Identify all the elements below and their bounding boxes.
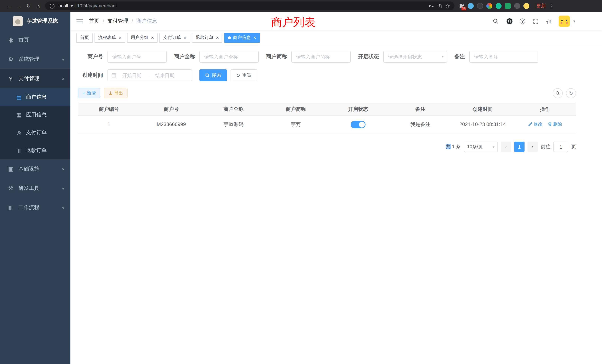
menu-label: 支付管理 — [19, 75, 39, 82]
user-avatar[interactable] — [559, 16, 570, 27]
tags-view: 首页 流程表单× 用户分组× 支付订单× 退款订单× 商户信息× — [70, 30, 602, 45]
tab-merchant-info[interactable]: 商户信息× — [225, 33, 260, 43]
font-size-icon[interactable]: TT — [546, 18, 552, 24]
refresh-table-button[interactable]: ↻ — [566, 88, 576, 98]
tab-close-icon[interactable]: × — [216, 35, 219, 40]
cell-id: 1 — [78, 116, 140, 133]
tab-home[interactable]: 首页 — [76, 33, 93, 43]
merchant-no-input[interactable] — [108, 51, 167, 63]
toggle-search-button[interactable] — [553, 88, 563, 98]
chevron-up-icon: ∧ — [62, 76, 64, 81]
page-1-button[interactable]: 1 — [514, 142, 525, 152]
extension-icon-1[interactable] — [467, 3, 474, 9]
sidebar-item-refund-order[interactable]: ▥ 退款订单 — [0, 142, 70, 159]
filter-row-1: 商户号 商户全称 商户简称 开启状态 — [78, 51, 576, 63]
status-toggle[interactable] — [351, 121, 366, 128]
remark-input[interactable] — [469, 51, 538, 63]
hamburger-icon[interactable] — [76, 18, 83, 24]
export-button[interactable]: 导出 — [104, 88, 128, 98]
end-date-input[interactable] — [151, 73, 179, 78]
status-label: 开启状态 — [358, 53, 383, 60]
short-name-input[interactable] — [291, 51, 351, 63]
url-domain: localhost — [57, 3, 76, 9]
tab-refund-order[interactable]: 退款订单× — [192, 33, 223, 43]
delete-button[interactable]: 删除 — [548, 121, 562, 128]
browser-forward-icon[interactable]: → — [14, 1, 24, 11]
sidebar-item-payment[interactable]: ¥ 支付管理 ∧ — [0, 69, 70, 88]
extension-icon-7[interactable] — [523, 3, 530, 9]
avatar-caret-icon[interactable]: ▾ — [573, 19, 575, 23]
browser-home-icon[interactable]: ⌂ — [33, 1, 43, 11]
plus-icon: + — [82, 90, 85, 96]
tab-close-icon[interactable]: × — [183, 35, 186, 40]
tab-label: 支付订单 — [163, 34, 181, 41]
extension-icon-2[interactable] — [477, 3, 483, 9]
menu-label: 研发工具 — [19, 185, 39, 192]
extension-icon-5[interactable] — [505, 3, 511, 9]
page-size-select[interactable]: 10条/页 ▾ — [464, 142, 498, 152]
bookmark-star-icon[interactable]: ☆ — [445, 3, 450, 9]
chevron-down-icon: ∨ — [62, 186, 64, 190]
goto-page-input[interactable] — [553, 142, 568, 152]
app-logo[interactable]: 芋道管理系统 — [0, 12, 70, 30]
tab-process-form[interactable]: 流程表单× — [95, 33, 125, 43]
browser-back-icon[interactable]: ← — [4, 1, 14, 11]
edit-button[interactable]: 修改 — [528, 121, 542, 128]
next-page-button[interactable]: › — [527, 142, 538, 152]
tab-close-icon[interactable]: × — [253, 35, 256, 40]
sidebar-item-pay-order[interactable]: ◎ 支付订单 — [0, 124, 70, 142]
share-icon[interactable] — [437, 3, 442, 9]
date-range-picker[interactable]: - — [108, 69, 192, 81]
browser-menu-icon[interactable]: ⋮ — [549, 1, 554, 11]
tab-user-group[interactable]: 用户分组× — [127, 33, 158, 43]
table-toolbar: + 新增 导出 ↻ — [78, 88, 576, 98]
breadcrumb-home[interactable]: 首页 — [89, 18, 99, 24]
sidebar-item-workflow[interactable]: ▥ 工作流程 ∨ — [0, 198, 70, 217]
annotation-text: 商户列表 — [271, 15, 315, 30]
status-select[interactable] — [383, 51, 447, 63]
sidebar-item-dev-tools[interactable]: ⚒ 研发工具 ∨ — [0, 179, 70, 198]
yen-icon: ¥ — [7, 75, 14, 82]
search-button[interactable]: 搜索 — [199, 69, 227, 81]
menu-label: 基础设施 — [19, 166, 39, 172]
search-button-label: 搜索 — [212, 72, 221, 79]
add-button[interactable]: + 新增 — [78, 88, 100, 98]
browser-refresh-icon[interactable]: ↻ — [24, 1, 33, 11]
search-icon[interactable] — [492, 18, 499, 24]
top-navbar: 首页 / 支付管理 / 商户信息 商户列表 ? — [70, 12, 602, 30]
filter-short-name: 商户简称 — [266, 51, 351, 63]
start-date-input[interactable] — [118, 73, 146, 78]
prev-page-button[interactable]: ‹ — [501, 142, 511, 152]
reset-button[interactable]: ↻ 重置 — [231, 69, 257, 81]
tab-label: 退款订单 — [196, 34, 214, 41]
sidebar-item-system[interactable]: ⚙ 系统管理 ∨ — [0, 50, 70, 69]
tab-label: 用户分组 — [131, 34, 149, 41]
password-key-icon[interactable] — [429, 3, 434, 9]
reset-icon: ↻ — [236, 73, 240, 78]
card-icon: ▤ — [16, 94, 22, 100]
extensions-puzzle-icon[interactable]: 10 — [458, 3, 465, 9]
help-icon[interactable]: ? — [520, 18, 525, 24]
address-bar[interactable]: i localhost:1024/pay/merchant ☆ — [45, 1, 454, 10]
add-button-label: 新增 — [87, 90, 96, 96]
sidebar-item-infrastructure[interactable]: ▣ 基础设施 ∨ — [0, 159, 70, 179]
breadcrumb-separator: / — [132, 18, 133, 24]
full-name-input[interactable] — [199, 51, 259, 63]
order-icon: ◎ — [16, 130, 22, 136]
fullscreen-icon[interactable] — [532, 18, 539, 24]
update-button[interactable]: 更新 — [536, 3, 546, 9]
sidebar-item-merchant-info[interactable]: ▤ 商户信息 — [0, 88, 70, 106]
sidebar-item-app-info[interactable]: ▦ 应用信息 — [0, 106, 70, 124]
github-icon[interactable] — [506, 18, 513, 24]
menu-label: 商户信息 — [26, 94, 47, 100]
extension-icon-4[interactable] — [495, 3, 502, 9]
sidebar-item-home[interactable]: ◉ 首页 — [0, 30, 70, 50]
full-name-label: 商户全称 — [174, 53, 199, 60]
tab-close-icon[interactable]: × — [151, 35, 154, 40]
tab-close-icon[interactable]: × — [119, 35, 121, 40]
extension-icon-6[interactable] — [514, 3, 520, 9]
extension-icon-3[interactable] — [486, 3, 493, 9]
breadcrumb-payment[interactable]: 支付管理 — [108, 18, 128, 24]
tab-pay-order[interactable]: 支付订单× — [159, 33, 190, 43]
site-info-icon[interactable]: i — [50, 3, 54, 8]
